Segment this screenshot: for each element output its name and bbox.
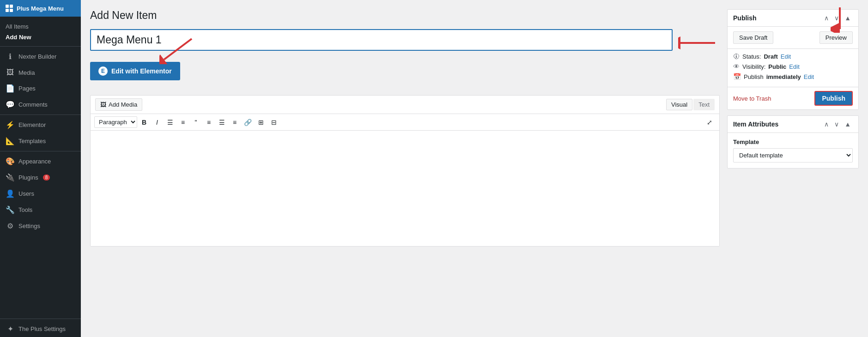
sidebar-label-comments: Comments: [18, 101, 48, 108]
link-button[interactable]: 🔗: [242, 117, 254, 128]
status-value: Draft: [764, 53, 777, 60]
tools-icon: 🔧: [6, 205, 15, 214]
elementor-btn-wrapper: E Edit with Elementor: [90, 62, 180, 88]
template-label: Template: [733, 138, 853, 145]
status-label: Status:: [742, 53, 761, 60]
arrow-to-elementor-indicator: [159, 36, 196, 66]
sidebar-item-templates[interactable]: 📐 Templates: [0, 133, 81, 149]
visibility-icon: 👁: [733, 63, 740, 70]
status-edit-link[interactable]: Edit: [781, 53, 791, 60]
calendar-icon: 📅: [733, 73, 741, 80]
item-attributes-header: Item Attributes ∧ ∨ ▲: [728, 116, 858, 133]
sidebar-label-pages: Pages: [18, 85, 36, 92]
ordered-list-button[interactable]: ≡: [177, 117, 189, 128]
appearance-icon: 🎨: [6, 157, 15, 166]
sidebar-item-settings[interactable]: ⚙ Settings: [0, 218, 81, 234]
sidebar-divider-2: [0, 114, 81, 115]
sidebar-item-add-new[interactable]: Add New: [0, 32, 81, 42]
sidebar-bottom: ✦ The Plus Settings: [0, 317, 81, 337]
blockquote-button[interactable]: ": [190, 117, 202, 128]
red-arrow-right-svg: [678, 36, 720, 50]
the-plus-icon: ✦: [6, 325, 15, 333]
sidebar-divider-3: [0, 151, 81, 151]
item-attributes-body: Template Default template: [728, 133, 858, 168]
sidebar-label-appearance: Appearance: [18, 158, 51, 165]
item-attr-collapse-chevron[interactable]: ▲: [843, 120, 853, 129]
bold-button[interactable]: B: [138, 117, 150, 128]
save-draft-button[interactable]: Save Draft: [733, 31, 773, 44]
page-title: Add New Item: [90, 9, 720, 22]
item-attr-collapse-up[interactable]: ∧: [822, 120, 831, 129]
editor-wrapper: Add New Item: [90, 9, 720, 247]
media-icon: 🖼: [6, 68, 15, 77]
pages-icon: 📄: [6, 84, 15, 93]
publish-footer: Move to Trash Publish: [728, 87, 858, 109]
tab-text[interactable]: Text: [693, 99, 715, 110]
align-center-button[interactable]: ☰: [216, 117, 228, 128]
publish-time-label: Publish: [744, 73, 764, 80]
sidebar-item-nexter-builder[interactable]: ℹ Nexter Builder: [0, 48, 81, 65]
publish-time-edit-link[interactable]: Edit: [804, 73, 814, 80]
panel-collapse-up[interactable]: ∧: [822, 13, 831, 23]
sidebar-item-appearance[interactable]: 🎨 Appearance: [0, 153, 81, 169]
settings-icon: ⚙: [6, 222, 15, 230]
content-area: Add New Item: [81, 0, 868, 337]
sidebar-label-the-plus-settings: The Plus Settings: [18, 325, 66, 332]
sidebar-item-users[interactable]: 👤 Users: [0, 186, 81, 202]
info-icon: ℹ: [6, 52, 15, 61]
italic-button[interactable]: I: [151, 117, 163, 128]
elementor-e-icon: E: [98, 66, 108, 76]
users-icon: 👤: [6, 189, 15, 198]
editor-topbar: 🖼 Add Media Visual Text: [91, 96, 719, 114]
move-to-trash-link[interactable]: Move to Trash: [733, 95, 771, 102]
elementor-icon: ⚡: [6, 120, 15, 129]
sidebar-label-elementor: Elementor: [18, 121, 46, 128]
item-attributes-title: Item Attributes: [733, 120, 778, 128]
edit-elementor-label: Edit with Elementor: [111, 67, 172, 75]
item-attr-collapse-down[interactable]: ∨: [832, 120, 841, 129]
format-select[interactable]: Paragraph: [94, 116, 137, 128]
tab-visual[interactable]: Visual: [666, 99, 692, 110]
sidebar-item-comments[interactable]: 💬 Comments: [0, 96, 81, 113]
publish-box: Publish ∧ ∨ ▲ Save Draft Preview 🛈 Statu…: [727, 9, 859, 110]
plugins-badge: 8: [43, 175, 50, 181]
editor-box: 🖼 Add Media Visual Text Paragraph B: [90, 95, 720, 247]
sidebar-item-the-plus-settings[interactable]: ✦ The Plus Settings: [0, 321, 81, 337]
arrow-to-input-indicator: [678, 36, 720, 50]
editor-toolbar: Paragraph B I ☰ ≡ " ≡ ☰ ≡ 🔗 ⊞ ⊟ ⤢: [91, 114, 719, 131]
sidebar-item-plugins[interactable]: 🔌 Plugins 8: [0, 169, 81, 186]
insert-button[interactable]: ⊞: [255, 117, 267, 128]
publish-button[interactable]: Publish: [814, 91, 853, 106]
sidebar-item-elementor[interactable]: ⚡ Elementor: [0, 117, 81, 133]
publish-time-row: 📅 Publish immediately Edit: [733, 73, 853, 80]
sidebar-item-tools[interactable]: 🔧 Tools: [0, 202, 81, 218]
table-button[interactable]: ⊟: [268, 117, 280, 128]
sidebar-label-nexter-builder: Nexter Builder: [18, 53, 56, 60]
editor-body[interactable]: [91, 131, 719, 246]
publish-meta: 🛈 Status: Draft Edit 👁 Visibility: Publi…: [728, 49, 858, 87]
unordered-list-button[interactable]: ☰: [164, 117, 176, 128]
sidebar-nav: ℹ Nexter Builder 🖼 Media 📄 Pages 💬 Comme…: [0, 48, 81, 234]
plugins-icon: 🔌: [6, 173, 15, 182]
templates-icon: 📐: [6, 137, 15, 145]
sidebar-item-media[interactable]: 🖼 Media: [0, 65, 81, 80]
add-media-button[interactable]: 🖼 Add Media: [95, 98, 142, 111]
sidebar-item-pages[interactable]: 📄 Pages: [0, 80, 81, 96]
svg-line-3: [164, 39, 192, 60]
visibility-edit-link[interactable]: Edit: [789, 63, 799, 70]
align-left-button[interactable]: ≡: [203, 117, 215, 128]
template-select[interactable]: Default template: [733, 148, 853, 162]
align-right-button[interactable]: ≡: [229, 117, 241, 128]
editor-column: Add New Item: [90, 9, 720, 328]
comments-icon: 💬: [6, 100, 15, 109]
sidebar-label-plugins: Plugins: [18, 174, 38, 181]
red-arrow-upleft-svg: [159, 36, 196, 64]
item-attributes-box: Item Attributes ∧ ∨ ▲ Template Default t…: [727, 115, 859, 168]
sidebar-divider-bottom: [0, 319, 81, 319]
sidebar-item-all-items[interactable]: All Items: [0, 21, 81, 32]
sidebar-label-settings: Settings: [18, 223, 40, 229]
sidebar-header[interactable]: Plus Mega Menu: [0, 0, 81, 17]
view-tabs: Visual Text: [666, 99, 715, 110]
expand-button[interactable]: ⤢: [704, 117, 716, 128]
sidebar-label-templates: Templates: [18, 138, 46, 144]
